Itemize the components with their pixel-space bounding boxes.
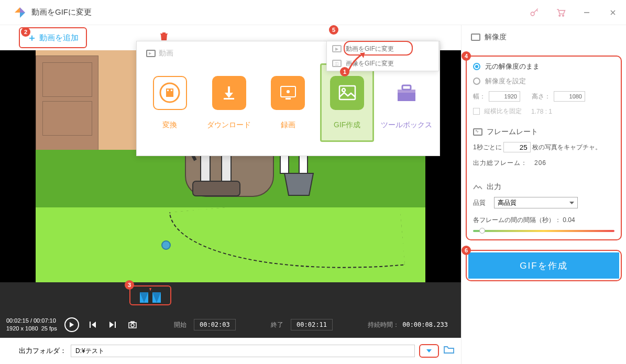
- output-icon: [473, 183, 482, 192]
- app-logo-icon: [13, 5, 27, 20]
- browse-folder-icon[interactable]: [443, 345, 455, 357]
- height-input[interactable]: [554, 91, 585, 102]
- quality-value: 高品質: [498, 198, 517, 207]
- tile-download[interactable]: ダウンロード: [202, 63, 256, 142]
- svg-marker-32: [225, 93, 233, 98]
- total-time: 00:07:10: [34, 317, 56, 324]
- video-fps: 25 fps: [41, 325, 57, 332]
- prev-frame-button[interactable]: [86, 318, 99, 331]
- svg-rect-37: [339, 86, 355, 100]
- tile-gif-label: GIF作成: [334, 120, 360, 130]
- key-icon[interactable]: [526, 5, 542, 20]
- end-time-box[interactable]: 00:02:11: [291, 319, 333, 330]
- output-title: 出力: [487, 182, 501, 192]
- svg-point-1: [559, 15, 561, 16]
- create-gif-label: GIFを作成: [520, 260, 567, 272]
- window-title: 動画をGIFに変更: [31, 7, 92, 17]
- width-input[interactable]: [489, 91, 520, 102]
- svg-rect-9: [193, 181, 240, 196]
- create-gif-button[interactable]: GIFを作成: [468, 252, 619, 279]
- svg-rect-21: [115, 322, 116, 328]
- start-label: 開始: [174, 321, 186, 329]
- video-small-icon: ▶: [332, 45, 342, 52]
- svg-rect-25: [131, 322, 134, 323]
- next-frame-button[interactable]: [106, 318, 119, 331]
- video-dimensions: 1920 x 1080: [6, 325, 38, 332]
- tile-toolbox[interactable]: ツールボックス: [379, 63, 433, 142]
- trim-bar[interactable]: 3: [0, 282, 461, 312]
- radio-set-resolution-label: 解像度を設定: [485, 76, 526, 86]
- output-folder-label: 出力フォルダ：: [19, 346, 67, 356]
- close-button[interactable]: [605, 5, 621, 20]
- svg-point-36: [287, 90, 290, 93]
- annotation-badge-5: 5: [329, 25, 338, 35]
- radio-keep-original[interactable]: 元の解像度のまま: [473, 62, 614, 71]
- tile-convert[interactable]: 変換: [143, 63, 197, 142]
- start-time-box[interactable]: 00:02:03: [194, 319, 236, 330]
- radio-icon: [473, 63, 480, 70]
- radio-icon: [473, 78, 480, 85]
- width-label: 幅：: [473, 92, 486, 101]
- svg-point-0: [531, 12, 534, 16]
- fps-prefix: 1秒ごとに: [473, 143, 502, 152]
- cart-icon[interactable]: [553, 5, 568, 20]
- aspect-value: 1.78 : 1: [531, 108, 552, 115]
- total-frames-value: 206: [534, 159, 546, 167]
- duration-value: 00:00:08.233: [402, 321, 448, 328]
- quality-label: 品質: [473, 198, 486, 207]
- svg-point-2: [563, 15, 564, 16]
- video-icon: ▶: [146, 50, 156, 57]
- framerate-icon: ∿: [473, 128, 482, 136]
- svg-rect-29: [167, 90, 169, 91]
- tile-record[interactable]: 録画: [261, 63, 315, 142]
- output-folder-dropdown[interactable]: [419, 344, 439, 358]
- output-folder-input[interactable]: [71, 345, 415, 357]
- interval-slider[interactable]: [473, 230, 614, 232]
- annotation-badge-4: 4: [462, 51, 471, 61]
- lock-aspect-label: 縦横比を固定: [484, 107, 522, 116]
- interval-label: 各フレームの間の間隔（秒）：: [473, 216, 561, 224]
- svg-point-24: [131, 324, 134, 327]
- create-gif-frame: 6 GIFを作成: [466, 250, 622, 281]
- image-small-icon: ◫: [332, 60, 342, 67]
- quality-select[interactable]: 高品質: [494, 197, 578, 208]
- settings-panel: 解像度 4 元の解像度のまま 解像度を設定 幅： 高さ： 縦横比: [461, 25, 626, 364]
- resolution-title: 解像度: [485, 32, 507, 42]
- ball-graphic: [161, 240, 171, 250]
- titlebar: 動画をGIFに変更: [0, 0, 626, 25]
- radio-set-resolution[interactable]: 解像度を設定: [473, 76, 614, 86]
- snapshot-button[interactable]: [126, 318, 139, 331]
- svg-marker-13: [149, 288, 151, 291]
- svg-point-38: [342, 89, 345, 92]
- tile-record-label: 録画: [281, 120, 295, 130]
- resolution-icon: [471, 34, 480, 41]
- tile-toolbox-label: ツールボックス: [381, 120, 432, 130]
- radio-keep-original-label: 元の解像度のまま: [485, 62, 540, 71]
- svg-rect-31: [228, 86, 230, 94]
- svg-rect-41: [402, 85, 411, 90]
- add-video-label: 動画を追加: [39, 33, 79, 43]
- annotation-badge-3: 3: [125, 280, 134, 290]
- svg-rect-30: [171, 90, 172, 91]
- svg-rect-19: [90, 322, 91, 328]
- annotation-badge-1: 1: [340, 67, 349, 76]
- tile-download-label: ダウンロード: [207, 120, 251, 130]
- svg-rect-35: [285, 98, 291, 100]
- svg-marker-26: [426, 349, 432, 352]
- playback-controls: 00:02:15 / 00:07:10 1920 x 1080 25 fps 開…: [0, 312, 461, 338]
- framerate-title: フレームレート: [487, 127, 538, 137]
- svg-marker-18: [70, 322, 74, 327]
- play-button[interactable]: [64, 317, 79, 332]
- annotation-badge-6: 6: [462, 246, 471, 255]
- minimize-button[interactable]: [579, 5, 595, 20]
- popup-header-label: 動画: [159, 49, 173, 58]
- height-label: 高さ：: [532, 92, 551, 101]
- trim-handle[interactable]: [129, 285, 171, 305]
- fps-input[interactable]: [503, 142, 531, 152]
- total-frames-label: 出力総フレーム：: [473, 159, 528, 167]
- duration-label: 持続時間：: [368, 321, 399, 329]
- interval-value: 0.04: [563, 216, 575, 224]
- lock-aspect-checkbox[interactable]: [473, 108, 480, 115]
- svg-marker-20: [92, 322, 96, 328]
- svg-marker-22: [109, 322, 114, 328]
